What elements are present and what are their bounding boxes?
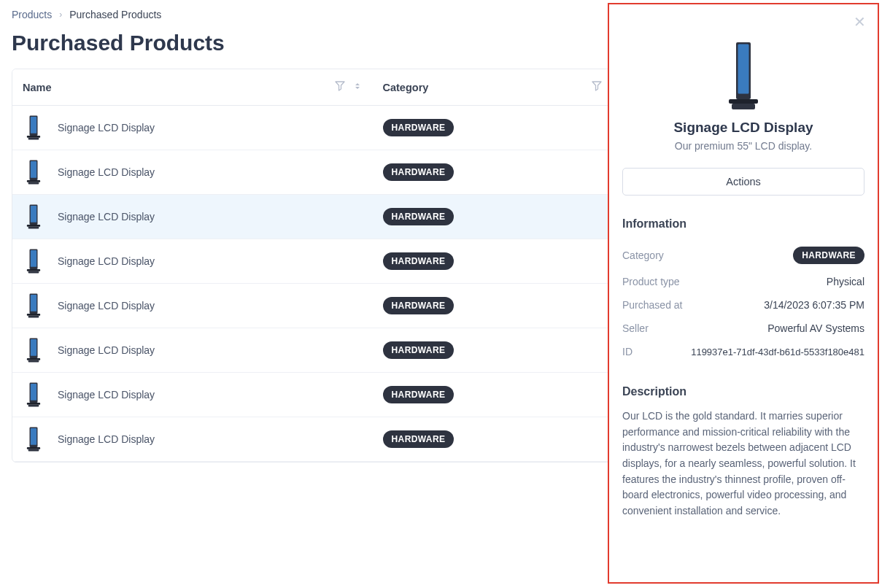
info-seller-label: Seller (622, 322, 649, 334)
description-heading: Description (622, 385, 864, 398)
product-thumb-icon (23, 293, 45, 319)
category-badge: HARDWARE (383, 163, 454, 181)
panel-subtitle: Our premium 55" LCD display. (622, 140, 864, 152)
category-badge: HARDWARE (383, 430, 454, 448)
category-badge: HARDWARE (383, 297, 454, 314)
product-name: Signage LCD Display (58, 344, 155, 356)
detail-panel: ✕ Signage LCD Display Our premium 55" LC… (608, 3, 879, 584)
product-image (622, 42, 864, 112)
info-seller-value: Powerful AV Systems (767, 322, 864, 334)
product-name: Signage LCD Display (58, 211, 155, 223)
product-name: Signage LCD Display (58, 255, 155, 267)
info-purchased-value: 3/14/2023 6:07:35 PM (764, 299, 864, 311)
info-ptype-label: Product type (622, 276, 680, 287)
info-heading: Information (622, 217, 864, 231)
filter-icon[interactable] (335, 81, 345, 93)
product-name: Signage LCD Display (58, 433, 155, 445)
panel-title: Signage LCD Display (622, 120, 864, 136)
category-badge: HARDWARE (383, 208, 454, 225)
category-badge: HARDWARE (383, 341, 454, 359)
product-name: Signage LCD Display (58, 389, 155, 401)
product-name: Signage LCD Display (58, 300, 155, 312)
category-badge: HARDWARE (383, 119, 454, 136)
product-thumb-icon (23, 382, 45, 408)
breadcrumb-current: Purchased Products (69, 9, 161, 20)
product-name: Signage LCD Display (58, 122, 155, 134)
col-name[interactable]: Name (23, 82, 52, 93)
filter-icon[interactable] (592, 81, 602, 93)
info-ptype-value: Physical (827, 276, 864, 287)
close-icon[interactable]: ✕ (854, 15, 866, 29)
col-category[interactable]: Category (383, 82, 429, 93)
info-category-label: Category (622, 249, 664, 261)
actions-button[interactable]: Actions (622, 168, 864, 196)
description-text: Our LCD is the gold standard. It marries… (622, 409, 864, 519)
product-name: Signage LCD Display (58, 166, 155, 178)
info-category-value: HARDWARE (793, 247, 864, 264)
category-badge: HARDWARE (383, 386, 454, 403)
product-thumb-icon (23, 337, 45, 363)
sort-icon[interactable] (352, 81, 363, 93)
product-thumb-icon (23, 115, 45, 141)
category-badge: HARDWARE (383, 252, 454, 270)
breadcrumb-root[interactable]: Products (12, 9, 52, 20)
chevron-right-icon: › (59, 9, 62, 20)
product-thumb-icon (23, 159, 45, 185)
product-thumb-icon (23, 248, 45, 274)
product-thumb-icon (23, 204, 45, 230)
product-thumb-icon (23, 426, 45, 452)
info-purchased-label: Purchased at (622, 299, 683, 311)
info-id-value: 119937e1-71df-43df-b61d-5533f180e481 (691, 347, 864, 357)
info-id-label: ID (622, 346, 633, 357)
